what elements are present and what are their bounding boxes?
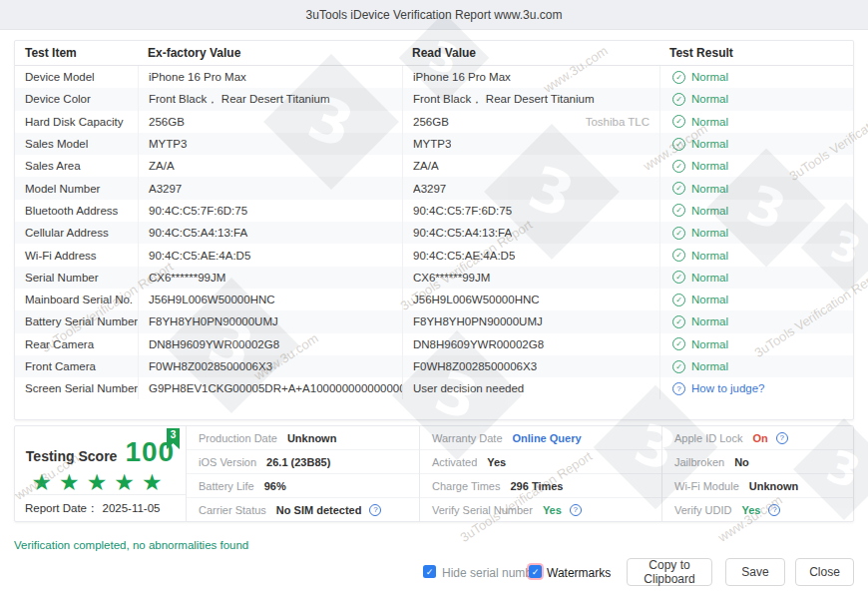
watermarks-label[interactable]: Watermarks — [547, 566, 611, 580]
cell-test-item: Mainboard Serial No. — [15, 289, 138, 310]
result-normal-label: Normal — [691, 93, 728, 105]
cell-read-value: F0WH8Z0028500006X3 — [402, 355, 659, 377]
cell-read-value: 256GBToshiba TLC — [402, 111, 659, 133]
check-icon: ✓ — [672, 204, 685, 217]
cell-ex-factory-value: A3297 — [138, 177, 402, 199]
cell-read-value: Front Black， Rear Desert Titanium — [402, 88, 659, 110]
info-row: Apple ID LockOn? — [662, 426, 853, 450]
info-label: Charge Times — [432, 480, 500, 492]
testing-score-label: Testing Score — [26, 448, 118, 464]
table-row: Cellular Address90:4C:C5:A4:13:FA90:4C:C… — [15, 222, 853, 244]
read-value-text: J56H9L006W50000HNC — [413, 294, 540, 305]
info-label: Verify Serial Number — [432, 504, 533, 516]
copy-to-clipboard-button[interactable]: Copy to Clipboard — [627, 558, 712, 586]
info-value: No — [734, 456, 749, 468]
result-normal-label: Normal — [691, 116, 728, 128]
table-row: Device ModeliPhone 16 Pro MaxiPhone 16 P… — [15, 66, 853, 88]
hide-serial-checkbox[interactable]: ✓ — [423, 565, 436, 578]
cell-test-result: ✓Normal — [659, 177, 853, 199]
read-value-note: Toshiba TLC — [586, 116, 659, 128]
cell-ex-factory-value: MYTP3 — [138, 133, 402, 155]
column-header-test-item: Test Item — [15, 41, 138, 65]
read-value-text: User decision needed — [413, 382, 524, 394]
table-row: Mainboard Serial No.J56H9L006W50000HNCJ5… — [15, 289, 853, 310]
info-label: Production Date — [199, 432, 277, 444]
cell-read-value: User decision needed — [402, 377, 659, 399]
result-normal-label: Normal — [691, 338, 728, 350]
cell-test-result: ✓Normal — [659, 200, 853, 222]
cell-ex-factory-value: 90:4C:C5:7F:6D:75 — [138, 200, 402, 222]
info-label: Warranty Date — [432, 432, 503, 444]
testing-score-block: 3 Testing Score 100 ★★★★★ Report Date： 2… — [15, 426, 187, 521]
cell-read-value: A3297 — [402, 177, 659, 199]
cell-test-result: ✓Normal — [659, 310, 853, 332]
cell-test-item: Sales Model — [15, 133, 138, 155]
cell-ex-factory-value: 256GB — [138, 111, 402, 133]
table-row: Wi-Fi Address90:4C:C5:AE:4A:D590:4C:C5:A… — [15, 244, 853, 266]
check-icon: ✓ — [672, 182, 685, 195]
cell-test-item: Device Model — [15, 66, 138, 88]
info-row: Verify Serial NumberYes? — [420, 498, 661, 521]
cell-ex-factory-value: iPhone 16 Pro Max — [138, 66, 402, 88]
hide-serial-label[interactable]: Hide serial numbe — [442, 566, 539, 580]
cell-ex-factory-value: 90:4C:C5:A4:13:FA — [138, 222, 402, 244]
cell-read-value: F8YH8YH0PN90000UMJ — [402, 310, 659, 332]
check-icon: ✓ — [672, 315, 685, 328]
cell-ex-factory-value: F8YH8YH0PN90000UMJ — [138, 310, 402, 332]
info-row: JailbrokenNo — [662, 450, 853, 474]
table-row: Serial NumberCX6******99JMCX6******99JM✓… — [15, 267, 853, 289]
info-value: Yes — [543, 504, 562, 516]
cell-test-item: Battery Serial Number — [15, 310, 138, 332]
info-row: Charge Times296 Times — [420, 474, 661, 498]
cell-test-item: Bluetooth Address — [15, 200, 138, 222]
result-normal-label: Normal — [691, 183, 728, 195]
read-value-text: MYTP3 — [413, 138, 451, 150]
cell-test-result: ✓Normal — [659, 111, 853, 133]
cell-test-result: ✓Normal — [659, 66, 853, 88]
watermarks-checkbox[interactable]: ✓ — [529, 565, 542, 578]
info-label: Verify UDID — [674, 504, 731, 516]
verification-table: Test Item Ex-factory Value Read Value Te… — [14, 40, 854, 420]
column-header-read-value: Read Value — [402, 41, 659, 65]
help-icon[interactable]: ? — [369, 504, 381, 516]
info-value: 296 Times — [510, 480, 563, 492]
table-row: Sales ModelMYTP3MYTP3✓Normal — [15, 133, 853, 155]
cell-ex-factory-value: G9PH8EV1CKG00005DR+A+A100000000000000011… — [138, 377, 402, 399]
help-icon[interactable]: ? — [776, 432, 788, 444]
how-to-judge-link[interactable]: How to judge? — [691, 382, 765, 394]
help-icon[interactable]: ? — [570, 504, 582, 516]
result-normal-label: Normal — [691, 360, 728, 372]
close-button[interactable]: Close — [795, 558, 854, 586]
info-label: Battery Life — [199, 480, 254, 492]
star-icon: ★ — [87, 469, 115, 495]
column-header-ex-factory: Ex-factory Value — [138, 41, 402, 65]
cell-ex-factory-value: CX6******99JM — [138, 267, 402, 289]
check-icon: ✓ — [672, 360, 685, 373]
info-value[interactable]: Online Query — [513, 432, 582, 444]
verification-status-text: Verification completed, no abnormalities… — [14, 539, 248, 551]
cell-test-result: ✓Normal — [659, 355, 853, 377]
read-value-text: 90:4C:C5:A4:13:FA — [413, 227, 512, 239]
star-icon: ★ — [114, 469, 142, 495]
star-icon: ★ — [142, 469, 170, 495]
info-value: No SIM detected — [276, 504, 362, 516]
save-button[interactable]: Save — [725, 558, 785, 586]
read-value-text: A3297 — [413, 183, 446, 195]
info-label: Carrier Status — [199, 504, 266, 516]
cell-test-item: Hard Disk Capacity — [15, 111, 138, 133]
check-icon: ✓ — [672, 115, 685, 128]
help-icon[interactable]: ? — [768, 504, 780, 516]
cell-read-value: CX6******99JM — [402, 267, 659, 289]
cell-read-value: MYTP3 — [402, 133, 659, 155]
window-title-bar: 3uTools iDevice Verification Report www.… — [0, 0, 868, 30]
footer-controls: ✓ Hide serial numbe ✓ Watermarks Copy to… — [0, 557, 868, 587]
info-value: Yes — [487, 456, 506, 468]
star-icon: ★ — [59, 469, 87, 495]
cell-read-value: 90:4C:C5:7F:6D:75 — [402, 200, 659, 222]
info-label: Activated — [432, 456, 477, 468]
read-value-text: F0WH8Z0028500006X3 — [413, 360, 537, 372]
result-normal-label: Normal — [691, 272, 728, 284]
table-row: Screen Serial NumberG9PH8EV1CKG00005DR+A… — [15, 377, 853, 399]
cell-read-value: DN8H9609YWR00002G8 — [402, 333, 659, 355]
table-row: Front CameraF0WH8Z0028500006X3F0WH8Z0028… — [15, 355, 853, 377]
